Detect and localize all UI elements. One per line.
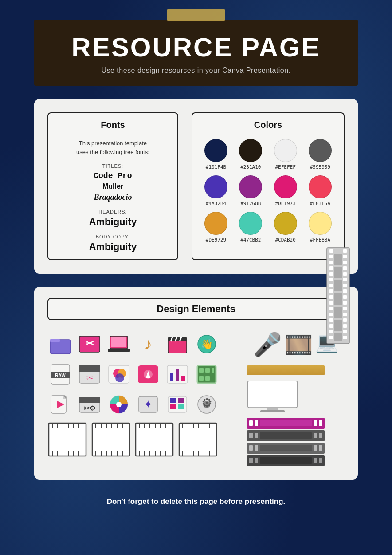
color-grid: #101F4B#231A10#EFEFEF#595959#4A32B4#9126…	[201, 139, 335, 243]
film-frame-4	[178, 422, 218, 457]
svg-rect-152	[334, 307, 342, 318]
svg-rect-149	[334, 267, 342, 278]
svg-rect-135	[343, 266, 347, 270]
film-strip-dark1	[247, 430, 325, 441]
main-card: Fonts This presentation template uses th…	[34, 99, 358, 274]
color-item: #F03F5A	[306, 175, 335, 206]
page-title: RESOURCE PAGE	[52, 33, 340, 62]
film-strip-dark2	[247, 443, 325, 454]
color-hex-label: #F03F5A	[310, 201, 330, 206]
vertical-filmstrip	[326, 247, 350, 346]
svg-rect-154	[334, 333, 342, 341]
design-app-icon	[106, 361, 132, 387]
color-hex-label: #101F4B	[206, 164, 226, 170]
microphone-icon: 🎤	[253, 331, 282, 358]
svg-rect-132	[343, 249, 347, 253]
film-strips-area	[247, 418, 345, 466]
colors-section: Colors #101F4B#231A10#EFEFEF#595959#4A32…	[192, 112, 345, 260]
svg-rect-51	[170, 398, 176, 403]
icon-row-3: ✂⚙ ✦	[47, 392, 238, 417]
svg-rect-31	[181, 376, 185, 381]
font-ambiguity-headers: Ambiguity	[57, 216, 169, 228]
svg-rect-151	[334, 293, 342, 305]
fonts-title: Fonts	[57, 120, 169, 134]
svg-rect-85	[136, 423, 173, 456]
monitor-area	[247, 380, 345, 413]
colors-title: Colors	[201, 120, 335, 134]
design-elements-card: Design Elements ✂	[34, 287, 358, 480]
svg-rect-136	[343, 272, 347, 276]
tape-strip	[247, 365, 325, 375]
color-circle	[204, 139, 227, 162]
clapperboard-icon	[165, 331, 190, 357]
header-box: RESOURCE PAGE Use these design resources…	[34, 20, 358, 86]
svg-rect-35	[205, 368, 210, 373]
svg-rect-53	[170, 404, 176, 409]
svg-text:✂: ✂	[86, 373, 93, 382]
svg-rect-123	[329, 289, 333, 293]
color-hex-label: #DE9729	[206, 237, 226, 243]
svg-rect-140	[343, 295, 347, 299]
svg-rect-117	[329, 255, 333, 258]
color-hex-label: #FFE88A	[310, 237, 330, 243]
svg-rect-19	[79, 365, 100, 372]
video-edit-icon: ✂	[77, 361, 102, 387]
video-file-icon	[47, 392, 73, 417]
svg-point-24	[115, 373, 124, 382]
font-code-pro: Code Pro	[57, 170, 169, 182]
svg-rect-145	[343, 324, 347, 328]
color-circle	[309, 175, 332, 198]
scissors-icon: ✂	[77, 331, 102, 357]
svg-rect-128	[329, 318, 333, 322]
svg-rect-129	[329, 324, 333, 328]
body-label: BODY COPY:	[57, 234, 169, 239]
icon-row-2: RAW ✂	[47, 361, 238, 387]
svg-rect-114	[260, 410, 285, 412]
svg-rect-1	[50, 339, 60, 342]
svg-rect-138	[343, 284, 347, 287]
film-frame-3	[134, 422, 174, 457]
color-circle	[274, 139, 297, 162]
color-hex-label: #231A10	[240, 164, 261, 170]
svg-rect-34	[199, 368, 204, 373]
fonts-description: This presentation template uses the foll…	[57, 139, 169, 156]
color-hex-label: #47CBB2	[240, 237, 261, 243]
film-frame-1	[47, 422, 87, 457]
footer-text: Don't forget to delete this page before …	[107, 497, 286, 506]
svg-rect-125	[329, 301, 333, 305]
color-item: #91268B	[236, 175, 265, 206]
color-circle	[274, 175, 297, 198]
svg-rect-137	[343, 278, 347, 281]
color-circle	[239, 139, 262, 162]
svg-text:✂⚙: ✂⚙	[84, 404, 96, 412]
svg-point-47	[116, 402, 122, 407]
sparkle-icon: ✦	[135, 392, 161, 417]
svg-rect-131	[329, 336, 333, 339]
color-item: #231A10	[236, 139, 265, 170]
color-hex-label: #595959	[310, 164, 330, 170]
color-item: #FFE88A	[306, 212, 335, 243]
svg-rect-120	[329, 272, 333, 276]
headers-label: HEADERS:	[57, 209, 169, 214]
font-ambiguity-body: Ambiguity	[57, 241, 169, 253]
color-circle	[274, 212, 297, 235]
photo-app-icon	[135, 361, 161, 387]
svg-rect-52	[178, 398, 184, 403]
svg-text:👋: 👋	[201, 338, 213, 350]
svg-rect-146	[343, 330, 347, 333]
svg-text:✂: ✂	[86, 338, 94, 349]
color-item: #CDAB20	[270, 212, 300, 243]
svg-rect-153	[334, 320, 342, 331]
color-item: #101F4B	[201, 139, 231, 170]
color-hex-label: #91268B	[240, 201, 261, 206]
color-hex-label: #CDAB20	[275, 237, 295, 243]
svg-rect-133	[343, 255, 347, 258]
color-circle	[309, 212, 332, 235]
svg-text:RAW: RAW	[55, 373, 66, 378]
svg-rect-6	[108, 349, 130, 352]
design-title-box: Design Elements	[47, 298, 345, 320]
svg-rect-126	[329, 307, 333, 310]
color-hex-label: #EFEFEF	[275, 164, 295, 170]
grid-icon	[165, 392, 190, 417]
color-item: #47CBB2	[236, 212, 265, 243]
